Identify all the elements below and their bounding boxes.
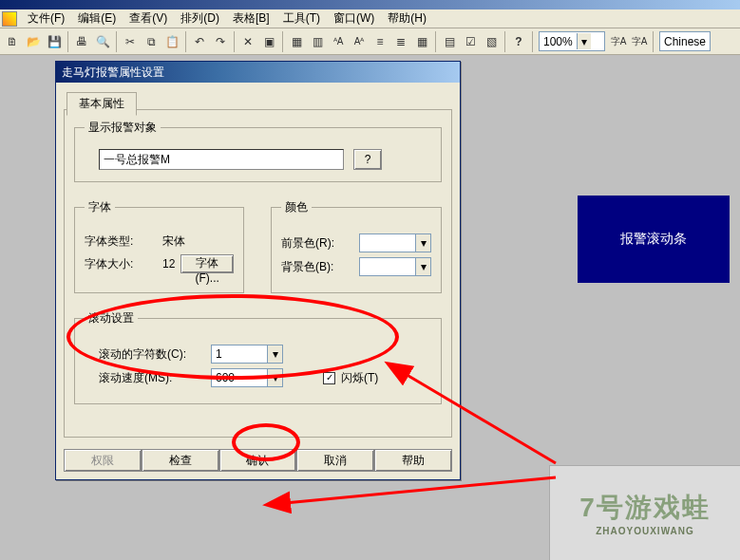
font-button[interactable]: 字体(F)... bbox=[180, 254, 234, 273]
ok-button[interactable]: 确认 bbox=[219, 449, 297, 472]
alarm-preview-box[interactable]: 报警滚动条 bbox=[578, 196, 730, 283]
bg-color-combo[interactable]: ▾ bbox=[359, 257, 431, 276]
bg-color-label: 背景色(B): bbox=[281, 259, 353, 275]
chevron-down-icon: ▾ bbox=[415, 258, 430, 275]
menu-view[interactable]: 查看(V) bbox=[123, 9, 174, 28]
scroll-settings-group: 滚动设置 滚动的字符数(C): 1 ▾ 滚动速度(MS): 600 ▾ ✓ bbox=[74, 310, 442, 404]
align-icon-2[interactable]: ▥ bbox=[307, 31, 328, 52]
check-icon[interactable]: ☑ bbox=[460, 31, 481, 52]
cancel-button[interactable]: 取消 bbox=[296, 449, 374, 472]
text-icon-1[interactable]: ᴬA bbox=[328, 31, 349, 52]
alarm-object-legend: 显示报警对象 bbox=[85, 120, 161, 136]
new-icon[interactable]: 🗎 bbox=[2, 31, 23, 52]
form-icon[interactable]: ▤ bbox=[439, 31, 460, 52]
font-type-label: 字体类型: bbox=[85, 233, 157, 250]
align-icon-1[interactable]: ▦ bbox=[286, 31, 307, 52]
grid-icon[interactable]: ▦ bbox=[411, 31, 432, 52]
text-icon-2[interactable]: Aᴬ bbox=[349, 31, 370, 52]
layout-icon[interactable]: ▣ bbox=[258, 31, 279, 52]
help-button[interactable]: 帮助 bbox=[374, 449, 452, 472]
watermark-region: 7号游戏蛙 ZHAOYOUXIWANG bbox=[549, 465, 740, 560]
chevron-down-icon: ▾ bbox=[267, 369, 282, 386]
scroll-legend: 滚动设置 bbox=[85, 310, 138, 327]
alarm-preview-text: 报警滚动条 bbox=[620, 231, 687, 248]
alarm-object-input[interactable] bbox=[99, 149, 344, 170]
watermark-text: 7号游戏蛙 bbox=[579, 493, 711, 522]
fg-color-combo[interactable]: ▾ bbox=[359, 233, 431, 252]
alarm-help-button[interactable]: ? bbox=[353, 149, 382, 170]
menu-tools[interactable]: 工具(T) bbox=[276, 9, 327, 28]
dialog-title: 走马灯报警属性设置 bbox=[56, 62, 460, 83]
menu-arrange[interactable]: 排列(D) bbox=[174, 9, 226, 28]
app-icon bbox=[2, 11, 17, 27]
dialog-button-row: 权限 检查 确认 取消 帮助 bbox=[64, 449, 452, 472]
scroll-chars-value: 1 bbox=[212, 347, 267, 361]
color-group: 颜色 前景色(R): ▾ 背景色(B): ▾ bbox=[271, 199, 442, 293]
blink-checkbox[interactable]: ✓ bbox=[323, 372, 335, 384]
fg-color-label: 前景色(R): bbox=[281, 235, 353, 252]
scroll-chars-combo[interactable]: 1 ▾ bbox=[211, 345, 283, 364]
zoom-combo[interactable]: 100% ▾ bbox=[539, 31, 605, 51]
print-icon[interactable]: 🖶 bbox=[71, 31, 92, 52]
language-combo[interactable]: Chinese bbox=[659, 31, 711, 51]
svg-line-1 bbox=[285, 477, 556, 503]
font-size-label: 字体大小: bbox=[85, 256, 157, 272]
open-icon[interactable]: 📂 bbox=[23, 31, 44, 52]
watermark-logo: 7号游戏蛙 ZHAOYOUXIWANG bbox=[579, 490, 711, 536]
save-icon[interactable]: 💾 bbox=[44, 31, 65, 52]
redo-icon[interactable]: ↷ bbox=[210, 31, 231, 52]
menu-file[interactable]: 文件(F) bbox=[21, 9, 71, 28]
permission-button[interactable]: 权限 bbox=[64, 449, 142, 472]
menu-window[interactable]: 窗口(W) bbox=[327, 9, 381, 28]
tools-icon[interactable]: ✕ bbox=[237, 31, 258, 52]
cut-icon[interactable]: ✂ bbox=[120, 31, 141, 52]
color-legend: 颜色 bbox=[281, 199, 312, 215]
font-type-value: 宋体 bbox=[162, 233, 185, 250]
font-icon-2[interactable]: 字A bbox=[629, 31, 650, 52]
preview-icon[interactable]: 🔍 bbox=[92, 31, 113, 52]
scroll-speed-combo[interactable]: 600 ▾ bbox=[211, 368, 283, 387]
list-icon[interactable]: ≣ bbox=[390, 31, 411, 52]
whatsthis-icon[interactable]: ? bbox=[508, 31, 529, 52]
chevron-down-icon: ▾ bbox=[267, 345, 282, 363]
chevron-down-icon: ▾ bbox=[415, 234, 430, 252]
scroll-chars-label: 滚动的字符数(C): bbox=[99, 346, 205, 363]
tab-basic[interactable]: 基本属性 bbox=[66, 92, 137, 116]
chevron-down-icon: ▾ bbox=[577, 33, 591, 49]
marquee-alarm-dialog: 走马灯报警属性设置 基本属性 显示报警对象 ? 字体 字体类型: 宋 bbox=[55, 61, 461, 480]
font-icon-1[interactable]: 字A bbox=[608, 31, 629, 52]
blink-label: 闪烁(T) bbox=[341, 370, 413, 386]
alarm-object-group: 显示报警对象 ? bbox=[74, 120, 442, 182]
check-button[interactable]: 检查 bbox=[142, 449, 219, 472]
menu-help[interactable]: 帮助(H) bbox=[381, 9, 433, 28]
dialog-body: 基本属性 显示报警对象 ? 字体 字体类型: 宋体 bbox=[64, 109, 452, 438]
copy-icon[interactable]: ⧉ bbox=[141, 31, 161, 52]
undo-icon[interactable]: ↶ bbox=[189, 31, 210, 52]
canvas-area: 走马灯报警属性设置 基本属性 显示报警对象 ? 字体 字体类型: 宋 bbox=[0, 55, 740, 560]
menu-table[interactable]: 表格[B] bbox=[226, 9, 276, 28]
scroll-speed-label: 滚动速度(MS): bbox=[99, 370, 205, 386]
watermark-sub: ZHAOYOUXIWANG bbox=[579, 526, 711, 536]
font-legend: 字体 bbox=[85, 199, 115, 215]
paste-icon[interactable]: 📋 bbox=[161, 31, 182, 52]
font-size-value: 12 bbox=[162, 257, 175, 271]
toolbar: 🗎 📂 💾 🖶 🔍 ✂ ⧉ 📋 ↶ ↷ ✕ ▣ ▦ ▥ ᴬA Aᴬ ≡ ≣ ▦ … bbox=[0, 28, 740, 55]
font-group: 字体 字体类型: 宋体 字体大小: 12 字体(F)... bbox=[74, 199, 244, 293]
scroll-speed-value: 600 bbox=[212, 371, 267, 384]
color-icon[interactable]: ▧ bbox=[481, 31, 502, 52]
menu-edit[interactable]: 编辑(E) bbox=[71, 9, 123, 28]
language-value: Chinese bbox=[664, 35, 706, 48]
justify-icon[interactable]: ≡ bbox=[370, 31, 390, 52]
zoom-value: 100% bbox=[543, 35, 573, 48]
menubar: 文件(F) 编辑(E) 查看(V) 排列(D) 表格[B] 工具(T) 窗口(W… bbox=[0, 9, 740, 28]
